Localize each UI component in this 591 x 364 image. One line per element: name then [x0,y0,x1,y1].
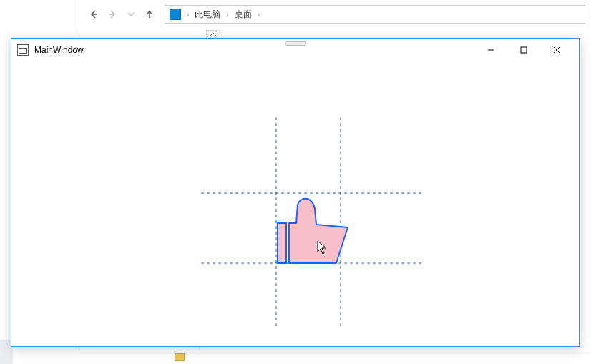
explorer-bottom [79,350,591,364]
chevron-down-icon [127,11,135,18]
arrow-left-icon [89,9,99,19]
explorer-nav-bar: › 此电脑 › 桌面 › [79,0,591,29]
nav-recent-button[interactable] [122,5,140,24]
drawing-canvas [11,62,579,347]
breadcrumb-part-desktop[interactable]: 桌面 [235,9,252,21]
explorer-left-gap [0,0,79,29]
nav-back-button[interactable] [84,5,103,24]
app-icon [17,44,29,56]
maximize-button[interactable] [507,39,540,61]
titlebar-grip-icon [285,41,306,46]
chevron-up-icon [210,32,217,36]
minimize-button[interactable] [474,39,507,61]
address-bar[interactable]: › 此电脑 › 桌面 › [165,5,585,24]
window-controls [474,39,573,61]
close-button[interactable] [540,39,573,61]
breadcrumb-sep: › [256,11,261,19]
breadcrumb-sep: › [225,11,230,19]
minimize-icon [487,46,494,54]
folder-item[interactable] [175,353,185,361]
nav-up-button[interactable] [140,5,159,24]
titlebar[interactable]: MainWindow [11,39,579,62]
maximize-icon [520,46,527,54]
window-title: MainWindow [34,45,84,55]
svg-rect-5 [278,223,286,263]
nav-forward-button[interactable] [103,5,122,24]
svg-rect-0 [521,47,527,53]
canvas-area[interactable] [11,62,579,346]
arrow-up-icon [145,9,155,19]
arrow-right-icon [107,9,117,19]
breadcrumb-part-pc[interactable]: 此电脑 [195,9,220,21]
pc-icon [170,9,181,20]
breadcrumb-sep: › [185,11,190,19]
folder-icon [175,353,185,361]
app-window: MainWindow [11,38,580,347]
close-icon [553,46,560,54]
